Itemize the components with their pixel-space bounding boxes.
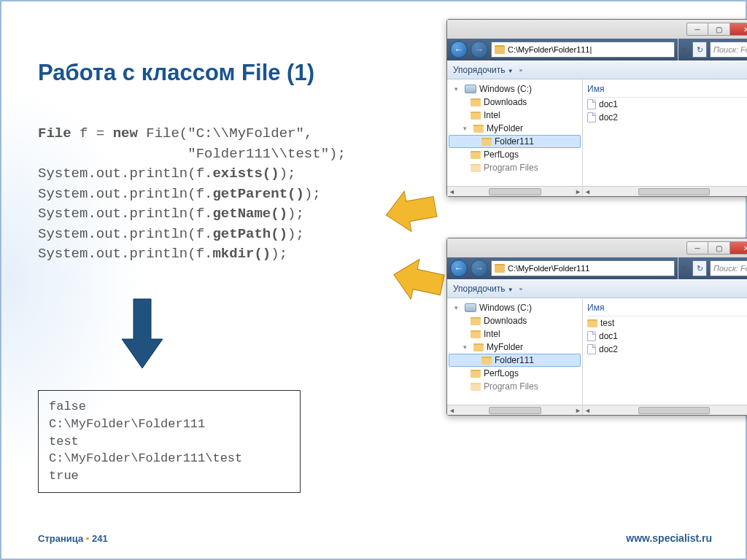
file-row[interactable]: doc1: [587, 98, 747, 111]
minimize-button[interactable]: ─: [686, 241, 708, 254]
tree-item[interactable]: PerfLogs: [449, 148, 581, 161]
tree-drive[interactable]: ▾Windows (C:): [449, 82, 581, 96]
folder-icon: [471, 112, 481, 120]
arrow-down-icon: [120, 295, 164, 376]
refresh-button[interactable]: ↻: [692, 42, 707, 58]
tree-item[interactable]: ▾MyFolder: [449, 341, 581, 354]
tree-item-selected[interactable]: Folder111: [449, 354, 581, 367]
address-dropdown[interactable]: ▼: [678, 257, 689, 279]
tree-item[interactable]: Intel: [449, 327, 581, 341]
explorer-toolbar: Упорядочить ▼ »: [447, 61, 747, 79]
code-block: File f = new File("C:\\MyFolder", "Folde…: [38, 124, 346, 265]
file-panel: Имя test doc1 doc2 ◄►: [583, 298, 747, 415]
folder-icon: [471, 330, 481, 338]
explorer-body: ▾Windows (C:) Downloads Intel ▾MyFolder …: [447, 79, 747, 196]
organize-button[interactable]: Упорядочить ▼: [453, 284, 514, 294]
tree-item[interactable]: Program Files: [449, 161, 581, 174]
explorer-window-after: ─ ▢ ✕ ← → C:\MyFolder\Folder111 ▼ ↻ Поис…: [446, 238, 747, 416]
window-titlebar: ─ ▢ ✕: [447, 238, 747, 257]
arrow-left-icon: [390, 255, 447, 305]
file-row[interactable]: doc2: [587, 111, 747, 124]
nav-forward-button[interactable]: →: [471, 260, 488, 277]
address-field[interactable]: C:\MyFolder\Folder111|: [491, 42, 675, 58]
organize-button[interactable]: Упорядочить ▼: [453, 65, 514, 75]
folder-icon: [473, 343, 484, 351]
svg-marker-1: [383, 187, 438, 236]
folder-icon: [471, 151, 481, 159]
file-row[interactable]: test: [587, 316, 747, 330]
explorer-window-before: ─ ▢ ✕ ← → C:\MyFolder\Folder111| ▼ ↻ Пои…: [446, 19, 747, 197]
explorer-toolbar: Упорядочить ▼ »: [447, 279, 747, 298]
tree-item[interactable]: Intel: [449, 109, 581, 122]
document-icon: [587, 99, 596, 109]
disk-icon: [465, 303, 476, 312]
svg-marker-2: [390, 255, 446, 305]
tree-item-selected[interactable]: Folder111: [449, 135, 581, 148]
maximize-button[interactable]: ▢: [708, 241, 730, 254]
folder-icon: [495, 45, 505, 54]
folder-icon: [481, 138, 492, 146]
folder-icon: [471, 98, 481, 106]
footer-page: Страница ▪ 241: [38, 533, 108, 544]
file-row[interactable]: doc2: [587, 343, 747, 356]
nav-back-button[interactable]: ←: [450, 41, 468, 58]
chevron-down-icon: ▼: [508, 68, 514, 74]
panel-scrollbar[interactable]: ◄►: [583, 405, 747, 415]
file-panel: Имя doc1 doc2 ◄►: [583, 79, 747, 196]
folder-icon: [471, 383, 481, 391]
close-button[interactable]: ✕: [730, 241, 747, 254]
column-header-name[interactable]: Имя: [587, 82, 747, 98]
footer-url: www.specialist.ru: [626, 532, 712, 544]
tree-scrollbar[interactable]: ◄►: [447, 405, 583, 415]
folder-tree: ▾Windows (C:) Downloads Intel ▾MyFolder …: [447, 79, 583, 196]
explorer-body: ▾Windows (C:) Downloads Intel ▾MyFolder …: [447, 298, 747, 415]
folder-icon: [471, 317, 481, 325]
refresh-button[interactable]: ↻: [692, 260, 707, 276]
nav-forward-button[interactable]: →: [471, 41, 488, 58]
window-titlebar: ─ ▢ ✕: [447, 20, 747, 39]
document-icon: [587, 344, 596, 354]
folder-icon: [495, 264, 505, 273]
tree-item[interactable]: ▾MyFolder: [449, 122, 581, 135]
close-button[interactable]: ✕: [730, 23, 747, 36]
bullet-icon: ▪: [86, 533, 90, 544]
column-header-name[interactable]: Имя: [587, 301, 747, 316]
address-dropdown[interactable]: ▼: [678, 39, 689, 61]
slide-title: Работа с классом File (1): [38, 60, 314, 86]
arrow-left-icon: [383, 186, 440, 236]
panel-scrollbar[interactable]: ◄►: [583, 186, 747, 196]
disk-icon: [465, 85, 476, 93]
folder-icon: [473, 125, 484, 133]
folder-icon: [587, 319, 597, 327]
chevron-down-icon: ▼: [508, 287, 514, 293]
folder-icon: [471, 164, 481, 172]
search-field[interactable]: Поиск: Fo: [710, 42, 747, 58]
more-chevron-icon[interactable]: »: [519, 67, 522, 74]
tree-item[interactable]: Downloads: [449, 96, 581, 109]
tree-scrollbar[interactable]: ◄►: [447, 186, 583, 196]
folder-tree: ▾Windows (C:) Downloads Intel ▾MyFolder …: [447, 298, 583, 415]
folder-icon: [471, 370, 481, 378]
address-field[interactable]: C:\MyFolder\Folder111: [491, 260, 675, 276]
folder-icon: [481, 357, 492, 365]
tree-drive[interactable]: ▾Windows (C:): [449, 301, 581, 314]
svg-marker-0: [122, 299, 163, 368]
nav-back-button[interactable]: ←: [450, 260, 468, 277]
tree-item[interactable]: PerfLogs: [449, 367, 581, 380]
more-chevron-icon[interactable]: »: [519, 286, 522, 292]
minimize-button[interactable]: ─: [686, 23, 708, 36]
output-box: false C:\MyFolder\Folder111 test C:\MyFo…: [38, 390, 301, 493]
document-icon: [587, 331, 596, 341]
tree-item[interactable]: Downloads: [449, 314, 581, 327]
code-keyword: File: [38, 125, 71, 141]
address-text: C:\MyFolder\Folder111|: [508, 45, 592, 54]
document-icon: [587, 112, 596, 122]
maximize-button[interactable]: ▢: [708, 23, 730, 36]
tree-item[interactable]: Program Files: [449, 380, 581, 393]
search-field[interactable]: Поиск: Fo: [710, 260, 747, 276]
file-row[interactable]: doc1: [587, 330, 747, 343]
address-bar: ← → C:\MyFolder\Folder111 ▼ ↻ Поиск: Fo: [447, 257, 747, 279]
address-text: C:\MyFolder\Folder111: [508, 264, 590, 273]
address-bar: ← → C:\MyFolder\Folder111| ▼ ↻ Поиск: Fo: [447, 39, 747, 61]
